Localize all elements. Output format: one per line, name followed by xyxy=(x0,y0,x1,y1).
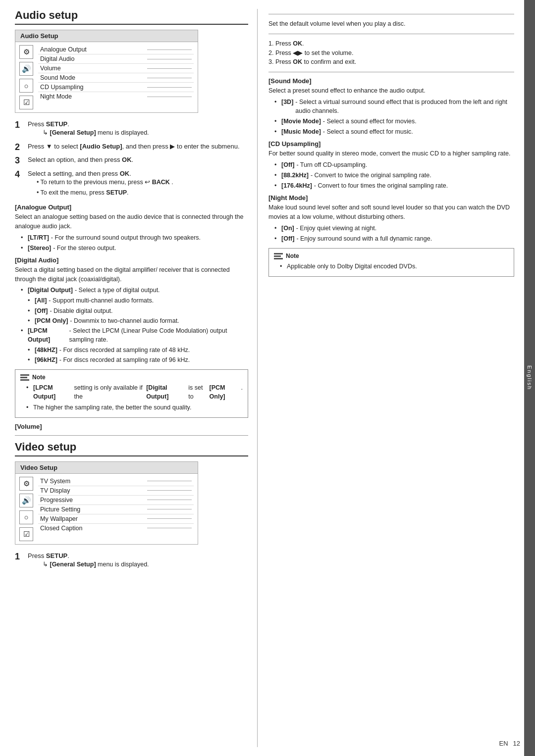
language-tab: English xyxy=(524,0,535,756)
lpcm-96: [96kHZ] - For discs recorded at sampling… xyxy=(28,355,248,364)
digital-off: [Off] - Disable digital output. xyxy=(28,306,248,315)
menu-label: Sound Mode xyxy=(40,74,75,81)
menu-item-night-mode: Night Mode xyxy=(38,92,194,101)
note-box-1: Note [LPCM Output] setting is only avail… xyxy=(15,369,248,417)
step-number: 1 xyxy=(15,552,24,562)
menu-line xyxy=(147,68,192,69)
speaker-icon: 🔊 xyxy=(19,494,33,507)
video-steps: 1 Press SETUP. ↳ [General Setup] menu is… xyxy=(15,552,248,571)
menu-item-volume: Volume xyxy=(38,64,194,73)
menu-label: Progressive xyxy=(40,497,73,504)
step-text: Select an option, and then press OK. xyxy=(28,155,133,164)
volume-step-2: 2. Press ◀▶ to set the volume. xyxy=(268,49,514,58)
audio-setup-box: Audio Setup ⚙ 🔊 ○ ☑ Analogue Output xyxy=(15,30,198,113)
volume-step-1: 1. Press OK. xyxy=(268,39,514,49)
step-text: Press SETUP. xyxy=(28,552,69,559)
video-setup-box: Video Setup ⚙ 🔊 ○ ☑ TV System xyxy=(15,461,198,545)
step-number: 2 xyxy=(15,142,24,153)
video-setup-title: Video setup xyxy=(15,441,248,456)
note-box-2: Note Applicable only to Dolby Digital en… xyxy=(268,248,514,277)
step-number: 3 xyxy=(15,155,24,166)
cd-off: [Off] - Turn off CD-upsampling. xyxy=(274,160,514,169)
audio-setup-box-title: Audio Setup xyxy=(15,30,198,42)
digital-all: [All] - Support multi-channel audio form… xyxy=(28,296,248,305)
volume-title: [Volume] xyxy=(15,423,248,430)
step-text: Press ▼ to select [Audio Setup], and the… xyxy=(28,142,240,151)
menu-line xyxy=(147,78,192,78)
video-setup-icons: ⚙ 🔊 ○ ☑ xyxy=(19,477,33,541)
audio-setup-icons: ⚙ 🔊 ○ ☑ xyxy=(19,45,33,109)
volume-step-3: 3. Press OK to confirm and exit. xyxy=(268,57,514,67)
note-line-2: The higher the sampling rate, the better… xyxy=(26,403,243,412)
step-3: 3 Select an option, and then press OK. xyxy=(15,155,248,166)
menu-label: CD Upsampling xyxy=(40,84,84,91)
menu-item-tv-system: TV System xyxy=(38,477,194,486)
cd-upsampling-body: For better sound quality in stereo mode,… xyxy=(268,149,514,158)
menu-label: TV Display xyxy=(40,487,70,494)
note-header: Note xyxy=(20,374,243,381)
menu-line xyxy=(147,528,192,528)
night-on: [On] - Enjoy quiet viewing at night. xyxy=(274,224,514,233)
step-sub: ↳ [General Setup] menu is displayed. xyxy=(43,560,149,569)
gear-icon: ⚙ xyxy=(19,45,33,59)
cd-88: [88.2kHz] - Convert to twice the origina… xyxy=(274,171,514,180)
menu-label: Night Mode xyxy=(40,93,72,100)
sound-music: [Music Mode] - Select a sound effect for… xyxy=(274,127,514,136)
cd-upsampling-title: [CD Upsampling] xyxy=(268,140,514,148)
language-label: English xyxy=(527,365,533,390)
circle-icon: ○ xyxy=(19,510,33,524)
menu-line xyxy=(147,50,192,50)
note-header-2: Note xyxy=(274,252,509,259)
step-text: Press SETUP. xyxy=(28,120,69,128)
step-sub: ↳ [General Setup] menu is displayed. xyxy=(43,129,149,138)
top-divider xyxy=(268,14,514,14)
analogue-bullet-stereo: [Stereo] - For the stereo output. xyxy=(21,244,248,252)
menu-item-cd-upsampling: CD Upsampling xyxy=(38,83,194,92)
menu-line xyxy=(147,500,192,500)
analogue-output-body: Select an analogue setting based on the … xyxy=(15,212,248,231)
menu-line xyxy=(147,481,192,481)
en-label: EN xyxy=(499,740,508,747)
check-icon: ☑ xyxy=(19,527,33,541)
menu-label: Digital Audio xyxy=(40,55,75,62)
divider xyxy=(15,435,248,436)
menu-line xyxy=(147,509,192,509)
menu-line xyxy=(147,97,192,97)
volume-description: Set the default volume level when you pl… xyxy=(268,19,514,29)
menu-label: Volume xyxy=(40,65,61,72)
step-sub-setup: • To exit the menu, press SETUP. xyxy=(37,189,173,198)
digital-audio-body: Select a digital setting based on the di… xyxy=(15,265,248,284)
after-steps-divider xyxy=(268,72,514,72)
menu-label: Closed Caption xyxy=(40,525,82,532)
sound-3d: [3D] - Select a virtual surround sound e… xyxy=(274,98,514,115)
step-text: Select a setting, and then press OK. xyxy=(28,170,131,177)
audio-menu-items: Analogue Output Digital Audio Volume xyxy=(38,45,194,109)
menu-label: Analogue Output xyxy=(40,46,87,53)
menu-line xyxy=(147,518,192,519)
menu-label: TV System xyxy=(40,478,70,485)
note-line-1: [LPCM Output] setting is only available … xyxy=(26,383,243,401)
step-sub-back: • To return to the previous menu, press … xyxy=(37,178,173,187)
menu-label: My Wallpaper xyxy=(40,515,78,522)
audio-steps: 1 Press SETUP. ↳ [General Setup] menu is… xyxy=(15,120,248,199)
menu-line xyxy=(147,490,192,491)
menu-item-analogue-output: Analogue Output xyxy=(38,45,194,54)
video-setup-box-title: Video Setup xyxy=(15,462,198,474)
menu-item-progressive: Progressive xyxy=(38,496,194,505)
note-icon xyxy=(20,374,29,381)
menu-item-closed-caption: Closed Caption xyxy=(38,524,194,533)
analogue-output-title: [Analogue Output] xyxy=(15,203,248,211)
lpcm-48: [48kHZ] - For discs recorded at sampling… xyxy=(28,346,248,354)
night-off: [Off] - Enjoy surround sound with a full… xyxy=(274,234,514,243)
note2-line-1: Applicable only to Dolby Digital encoded… xyxy=(280,262,509,271)
analogue-bullet-ltrt: [LT/RT] - For the surround sound output … xyxy=(21,233,248,242)
note-icon-2 xyxy=(274,253,283,259)
step-number: 1 xyxy=(15,120,24,131)
night-mode-title: [Night Mode] xyxy=(268,194,514,202)
menu-item-sound-mode: Sound Mode xyxy=(38,73,194,83)
digital-output-bullet: [Digital Output] - Select a type of digi… xyxy=(21,286,248,295)
digital-audio-title: [Digital Audio] xyxy=(15,256,248,264)
step-2: 2 Press ▼ to select [Audio Setup], and t… xyxy=(15,142,248,153)
sound-mode-title: [Sound Mode] xyxy=(268,77,514,85)
step-number: 4 xyxy=(15,169,24,180)
